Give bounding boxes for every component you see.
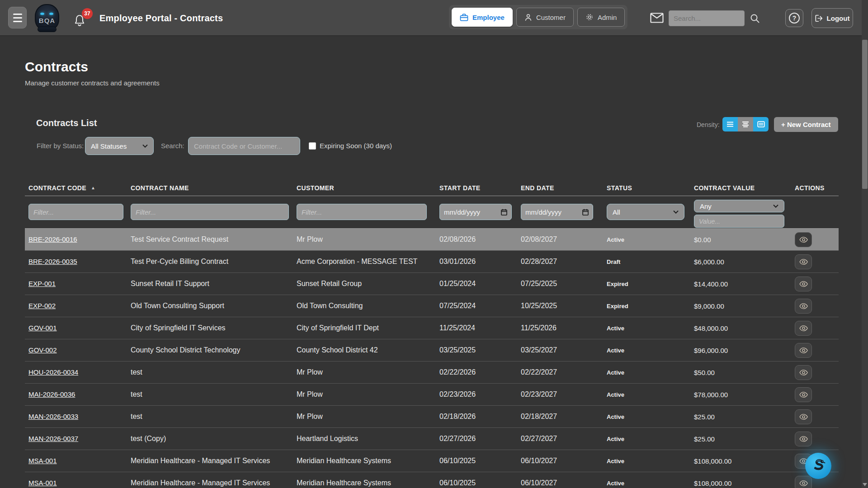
view-contract-button[interactable] <box>795 409 812 424</box>
contract-code-link[interactable]: HOU-2026-0034 <box>28 368 78 376</box>
notifications-button[interactable]: 37 <box>74 10 94 30</box>
mail-icon[interactable] <box>650 13 664 23</box>
view-contract-button[interactable] <box>795 299 812 314</box>
contract-value-cell: $0.00 <box>690 236 791 244</box>
start-date-cell: 06/10/2025 <box>436 479 517 487</box>
contract-code-link[interactable]: EXP-001 <box>28 280 56 287</box>
status-badge: Active <box>607 480 624 487</box>
status-badge: Active <box>607 236 624 243</box>
start-date-filter-input[interactable]: mm/dd/yyyy <box>439 204 512 220</box>
status-badge: Expired <box>607 281 628 287</box>
customer-column-filter-input[interactable] <box>297 204 427 220</box>
customer-cell: Mr Plow <box>293 235 436 244</box>
tab-admin[interactable]: Admin <box>577 8 625 27</box>
col-customer[interactable]: CUSTOMER <box>293 184 436 192</box>
value-operator-select[interactable]: Any <box>694 200 784 212</box>
contract-name-cell: Old Town Consulting Support <box>127 302 293 310</box>
view-contract-button[interactable] <box>795 321 812 336</box>
col-start-date[interactable]: START DATE <box>436 184 517 192</box>
end-date-filter-input[interactable]: mm/dd/yyyy <box>521 204 593 220</box>
view-contract-button[interactable] <box>795 387 812 402</box>
table-row[interactable]: MSA-001Meridian Healthcare - Managed IT … <box>25 450 839 472</box>
eye-icon <box>799 258 808 265</box>
table-row[interactable]: EXP-002Old Town Consulting SupportOld To… <box>25 295 839 317</box>
view-contract-button[interactable] <box>795 254 812 269</box>
scrollbar-thumb[interactable] <box>862 40 868 189</box>
view-contract-button[interactable] <box>795 432 812 446</box>
contract-value-cell: $6,000.00 <box>690 258 791 266</box>
contract-value-cell: $108,000.00 <box>690 479 791 487</box>
name-column-filter-input[interactable] <box>131 204 289 220</box>
vertical-scrollbar[interactable] <box>862 0 868 488</box>
contract-code-cell: BRE-2026-0035 <box>25 258 127 266</box>
status-filter-select[interactable]: All Statuses <box>85 137 154 155</box>
table-row[interactable]: BRE-2026-0035Test Per-Cycle Billing Cont… <box>25 251 839 273</box>
actions-cell <box>791 321 839 336</box>
eye-icon <box>799 281 808 287</box>
help-button[interactable]: ? <box>785 9 803 27</box>
start-date-cell: 02/08/2026 <box>436 235 517 244</box>
view-contract-button[interactable] <box>795 476 812 488</box>
assistant-chat-button[interactable] <box>805 453 831 479</box>
density-standard-button[interactable] <box>738 117 753 131</box>
status-badge: Active <box>607 325 624 332</box>
table-row[interactable]: GOV-002County School District Technology… <box>25 339 839 361</box>
table-row[interactable]: MSA-001Meridian Healthcare - Managed IT … <box>25 472 839 488</box>
contract-code-link[interactable]: MAI-2026-0036 <box>28 390 75 398</box>
logout-button[interactable]: Logout <box>811 8 853 28</box>
view-contract-button[interactable] <box>795 277 812 291</box>
contract-name-cell: test <box>127 390 293 399</box>
table-row[interactable]: MAN-2026-0033testMr Plow02/18/202602/18/… <box>25 406 839 428</box>
col-status[interactable]: STATUS <box>603 184 690 192</box>
status-column-filter-select[interactable]: All <box>607 204 684 220</box>
density-compact-button[interactable] <box>722 117 738 131</box>
status-cell: Active <box>603 457 690 465</box>
table-row[interactable]: EXP-001Sunset Retail IT SupportSunset Re… <box>25 273 839 295</box>
table-row[interactable]: MAI-2026-0036testMr Plow02/23/202602/23/… <box>25 384 839 406</box>
view-contract-button[interactable] <box>795 232 812 247</box>
hamburger-menu-button[interactable] <box>8 7 27 28</box>
contract-code-link[interactable]: MSA-001 <box>28 457 57 465</box>
table-row[interactable]: MAN-2026-0037test (Copy)Heartland Logist… <box>25 428 839 450</box>
contract-name-cell: City of Springfield IT Services <box>127 324 293 332</box>
contract-code-link[interactable]: BRE-2026-0035 <box>28 258 77 265</box>
filter-status-label: Filter by Status: <box>37 142 84 150</box>
col-end-date[interactable]: END DATE <box>517 184 603 192</box>
value-column-filter-input[interactable] <box>694 215 784 228</box>
table-row[interactable]: HOU-2026-0034testMr Plow02/22/202602/22/… <box>25 361 839 384</box>
contract-value-cell: $48,000.00 <box>690 324 791 332</box>
tab-customer[interactable]: Customer <box>516 8 574 27</box>
global-search-input[interactable] <box>669 10 745 26</box>
table-row[interactable]: BRE-2026-0016Test Service Contract Reque… <box>25 229 839 251</box>
chevron-down-icon <box>773 204 778 208</box>
expiring-soon-checkbox[interactable] <box>309 142 316 150</box>
contract-code-link[interactable]: GOV-001 <box>28 324 57 332</box>
new-contract-button[interactable]: + New Contract <box>774 117 838 132</box>
contract-code-link[interactable]: MSA-001 <box>28 479 57 487</box>
status-cell: Expired <box>603 302 690 310</box>
view-contract-button[interactable] <box>795 343 812 358</box>
col-contract-code[interactable]: CONTRACT CODE ▲ <box>25 184 127 192</box>
code-column-filter-input[interactable] <box>28 204 123 220</box>
table-row[interactable]: GOV-001City of Springfield IT ServicesCi… <box>25 317 839 339</box>
scrollbar-down-arrow-icon[interactable] <box>863 483 867 486</box>
contract-code-link[interactable]: GOV-002 <box>28 346 57 354</box>
col-contract-value[interactable]: CONTRACT VALUE <box>690 184 791 192</box>
contract-code-link[interactable]: MAN-2026-0037 <box>28 435 78 442</box>
contract-code-link[interactable]: BRE-2026-0016 <box>28 235 77 243</box>
tab-customer-label: Customer <box>536 14 566 21</box>
density-comfortable-button[interactable] <box>753 117 769 131</box>
end-date-cell: 06/10/2027 <box>517 479 603 487</box>
contract-search-input[interactable] <box>188 137 300 155</box>
status-badge: Active <box>607 369 624 376</box>
contract-code-link[interactable]: MAN-2026-0033 <box>28 413 78 420</box>
view-contract-button[interactable] <box>795 365 812 380</box>
col-contract-name[interactable]: CONTRACT NAME <box>127 184 293 192</box>
tab-employee[interactable]: Employee <box>452 8 513 27</box>
contract-code-cell: GOV-001 <box>25 324 127 332</box>
search-icon[interactable] <box>750 13 760 24</box>
start-date-cell: 07/25/2024 <box>436 302 517 310</box>
density-standard-icon <box>742 121 749 127</box>
status-badge: Active <box>607 391 624 398</box>
contract-code-link[interactable]: EXP-002 <box>28 302 56 310</box>
